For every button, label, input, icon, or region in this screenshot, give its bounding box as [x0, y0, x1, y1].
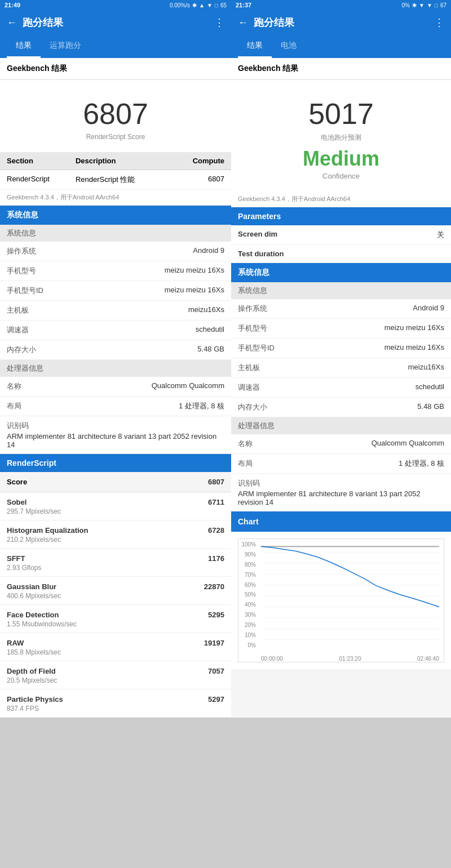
right-sys-row-governor: 调速器 schedutil	[231, 378, 451, 398]
right-wifi-icon: ▼	[419, 2, 425, 8]
battery-icon: □	[215, 2, 218, 8]
chart-section: 100% 90% 80% 70% 60% 50% 40% 30% 20% 10%…	[231, 532, 451, 669]
sys-row-governor: 调速器 schedutil	[0, 321, 231, 340]
chart-title: Chart	[231, 511, 451, 532]
right-bt-icon: ✱	[412, 2, 417, 8]
tab-results-left[interactable]: 结果	[7, 35, 41, 58]
row-compute: 6807	[179, 175, 224, 185]
left-menu-button[interactable]: ⋮	[214, 16, 224, 29]
system-info-title-right: 系统信息	[231, 263, 451, 282]
back-button-left[interactable]: ←	[7, 17, 17, 29]
right-top-bar: ← 跑分结果 ⋮	[231, 10, 451, 35]
right-proc-row-id: 识别码 ARM implementer 81 architecture 8 va…	[231, 474, 451, 511]
right-sys-row-memory: 内存大小 5.48 GB	[231, 398, 451, 417]
right-menu-button[interactable]: ⋮	[434, 16, 444, 29]
score-label-left: RenderScript Score	[0, 133, 231, 141]
sys-group-header-1: 系统信息	[0, 225, 231, 242]
col-section: Section	[7, 157, 76, 165]
score-number-left: 6807	[0, 97, 231, 131]
left-tabs: 结果 运算跑分	[0, 35, 231, 58]
sys-row-os: 操作系统 Android 9	[0, 242, 231, 261]
sys-row-board: 主机板 meizu16Xs	[0, 301, 231, 321]
rs-item-raw: RAW 19197 185.8 Mpixels/sec	[0, 633, 231, 661]
right-status-icons: 0% ✱ ▼ ▼ □ 67	[402, 2, 446, 8]
right-status-bar: 21:37 0% ✱ ▼ ▼ □ 67	[231, 0, 451, 10]
row-section: RenderScript	[7, 175, 76, 185]
right-proc-group-header: 处理器信息	[231, 417, 451, 434]
rs-item-face: Face Detection 5295 1.55 Msubwindows/sec	[0, 605, 231, 633]
right-sys-row-modelid: 手机型号ID meizu meizu 16Xs	[231, 339, 451, 358]
proc-row-name: 名称 Qualcomm Qualcomm	[0, 377, 231, 397]
rs-item-particle: Particle Physics 5297 837.4 FPS	[0, 689, 231, 718]
system-info-title-left: 系统信息	[0, 206, 231, 225]
right-score-confidence: Confidence	[231, 172, 451, 180]
right-signal-icon: ▼	[427, 2, 432, 8]
row-description: RenderScript 性能	[76, 175, 179, 185]
col-description: Description	[76, 157, 179, 165]
sys-row-model: 手机型号 meizu meizu 16Xs	[0, 261, 231, 281]
rs-item-dof: Depth of Field 7057 20.5 Mpixels/sec	[0, 661, 231, 689]
right-proc-row-name: 名称 Qualcomm Qualcomm	[231, 434, 451, 454]
chart-y-labels: 100% 90% 80% 70% 60% 50% 40% 30% 20% 10%…	[238, 539, 258, 651]
sys-row-modelid: 手机型号ID meizu meizu 16Xs	[0, 281, 231, 301]
tab-compute-left[interactable]: 运算跑分	[41, 35, 90, 58]
right-network-speed: 0%	[402, 2, 410, 8]
wifi-icon: ▲	[199, 2, 205, 8]
right-sys-row-os: 操作系统 Android 9	[231, 299, 451, 319]
right-panel: 21:37 0% ✱ ▼ ▼ □ 67 ← 跑分结果 ⋮ 结果 电池 Geekb…	[231, 0, 451, 718]
param-screen-dim: Screen dim 关	[231, 225, 451, 245]
right-battery-icon: □	[435, 2, 438, 8]
left-status-bar: 21:49 0.00%/s ✱ ▲ ▼ □ 65	[0, 0, 231, 10]
left-page-title: 跑分结果	[23, 16, 209, 29]
right-tabs: 结果 电池	[231, 35, 451, 58]
right-sys-group-header-1: 系统信息	[231, 282, 451, 299]
table-header: Section Description Compute	[0, 152, 231, 170]
network-speed: 0.00%/s	[170, 2, 190, 8]
left-top-bar: ← 跑分结果 ⋮	[0, 10, 231, 35]
left-panel: 21:49 0.00%/s ✱ ▲ ▼ □ 65 ← 跑分结果 ⋮ 结果 运算跑…	[0, 0, 231, 718]
right-score-rating: Medium	[231, 147, 451, 171]
battery-pct: 65	[220, 2, 227, 8]
right-sys-row-board: 主机板 meizu16Xs	[231, 358, 451, 378]
rs-item-sfft: SFFT 1176 2.93 Gflops	[0, 549, 231, 577]
chart-x-labels: 00:00:00 01:23:20 02:46:40	[261, 656, 439, 662]
col-compute: Compute	[179, 157, 224, 165]
left-status-icons: 0.00%/s ✱ ▲ ▼ □ 65	[170, 2, 227, 8]
right-time: 21:37	[236, 2, 251, 8]
bt-icon: ✱	[192, 2, 197, 8]
right-page-title: 跑分结果	[254, 16, 428, 29]
score-block-left: 6807 RenderScript Score	[0, 80, 231, 152]
back-button-right[interactable]: ←	[238, 17, 248, 29]
rs-item-sobel: Sobel 6711 295.7 Mpixels/sec	[0, 492, 231, 520]
right-proc-row-layout: 布局 1 处理器, 8 核	[231, 454, 451, 474]
right-score-block: 5017 电池跑分预测 Medium Confidence	[231, 80, 451, 192]
geekbench-header-right: Geekbench 结果	[231, 58, 451, 80]
tab-results-right[interactable]: 结果	[238, 35, 272, 58]
proc-group-header: 处理器信息	[0, 360, 231, 377]
signal-icon: ▼	[207, 2, 213, 8]
geekbench-header-left: Geekbench 结果	[0, 58, 231, 80]
chart-svg	[261, 541, 439, 651]
geekbench-version-right: Geekbench 4.3.4，用于Android AArch64	[231, 192, 451, 207]
chart-area: 100% 90% 80% 70% 60% 50% 40% 30% 20% 10%…	[238, 538, 444, 662]
proc-row-id: 识别码 ARM implementer 81 architecture 8 va…	[0, 416, 231, 454]
right-score-sublabel: 电池跑分预测	[231, 133, 451, 143]
table-row: RenderScript RenderScript 性能 6807	[0, 170, 231, 190]
tab-battery-right[interactable]: 电池	[272, 35, 306, 58]
geekbench-version-left: Geekbench 4.3.4，用于Android AArch64	[0, 190, 231, 206]
renderscript-title: RenderScript	[0, 454, 231, 472]
right-battery-pct: 67	[440, 2, 446, 8]
rs-score-row: Score 6807	[0, 472, 231, 492]
proc-row-layout: 布局 1 处理器, 8 核	[0, 397, 231, 416]
right-sys-row-model: 手机型号 meizu meizu 16Xs	[231, 319, 451, 339]
rs-item-histogram: Histogram Equalization 6728 210.2 Mpixel…	[0, 520, 231, 549]
right-score-number: 5017	[231, 97, 451, 131]
parameters-title: Parameters	[231, 207, 451, 225]
rs-item-gaussian: Gaussian Blur 22870 400.6 Mpixels/sec	[0, 577, 231, 605]
left-time: 21:49	[5, 2, 20, 8]
sys-row-memory: 内存大小 5.48 GB	[0, 340, 231, 360]
param-test-duration: Test duration	[231, 245, 451, 263]
